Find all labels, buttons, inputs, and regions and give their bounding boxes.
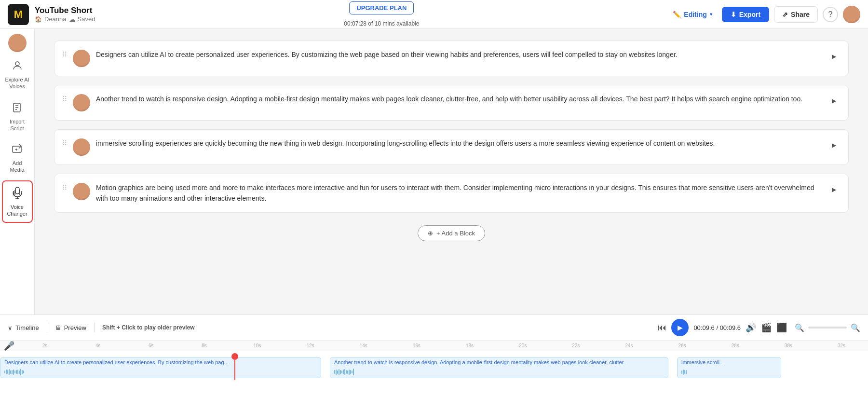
caption-button[interactable]: ⬛: [776, 322, 787, 333]
script-block-1: ⠿ Designers can utilize AI to create per…: [54, 41, 849, 76]
upgrade-button[interactable]: UPGRADE PLAN: [349, 1, 414, 14]
playhead: [234, 355, 235, 380]
drag-handle-1[interactable]: ⠿: [62, 50, 67, 58]
sidebar-item-voice-changer[interactable]: VoiceChanger: [2, 180, 33, 223]
waveform-2: [334, 368, 664, 376]
ai-voices-icon: [12, 60, 23, 74]
content-area: ⠿ Designers can utilize AI to create per…: [35, 29, 868, 315]
saved-badge: ☁ Saved: [69, 15, 95, 23]
waveform-bar: [20, 369, 21, 375]
chevron-down-icon: ∨: [8, 324, 13, 331]
shift-click-key: Shift + Click: [102, 324, 136, 331]
waveform-bar: [10, 370, 11, 374]
waveform-bar: [339, 369, 339, 375]
waveform-bar: [14, 370, 15, 373]
timeline-controls: ∨ Timeline 🖥 Preview Shift + Click to pl…: [0, 315, 868, 341]
waveform-bar: [343, 370, 344, 374]
ruler-marks: 2s 4s 6s 8s 10s 12s 14s 16s 18s 20s 22s …: [18, 343, 868, 348]
track-segment-3[interactable]: immersive scroll...: [677, 357, 781, 378]
script-block-2: ⠿ Another trend to watch is responsive d…: [54, 85, 849, 121]
track-segment-2[interactable]: Another trend to watch is responsive des…: [330, 357, 668, 378]
zoom-slider[interactable]: [808, 327, 847, 329]
skip-back-button[interactable]: ⏮: [658, 323, 666, 333]
scene-button[interactable]: 🎬: [761, 322, 772, 333]
waveform-bar: [336, 370, 337, 375]
zoom-in-button[interactable]: 🔍: [851, 323, 860, 332]
volume-button[interactable]: 🔊: [746, 322, 756, 333]
divider: [47, 323, 47, 332]
add-block-button[interactable]: ⊕ + Add a Block: [418, 225, 485, 241]
avatar[interactable]: [843, 6, 860, 23]
plus-icon: ⊕: [428, 230, 433, 237]
play-button-1[interactable]: ▶: [827, 50, 841, 63]
time-separator: /: [716, 324, 719, 331]
waveform-bar: [683, 370, 684, 375]
play-pause-button[interactable]: ▶: [671, 319, 689, 336]
play-controls: ⏮ ▶ 00:09.6 / 00:09.6 🔊 🎬 ⬛: [658, 319, 787, 336]
sidebar-item-add-media[interactable]: Add Media: [2, 138, 33, 178]
ruler-mark: 26s: [656, 343, 709, 348]
zoom-out-button[interactable]: 🔍: [795, 323, 804, 332]
breadcrumb: Deanna: [44, 15, 67, 23]
waveform-bar: [19, 370, 20, 374]
editing-button[interactable]: ✏️ Editing ▾: [668, 8, 717, 21]
header-left: M YouTube Short 🏠 Deanna ☁ Saved: [8, 4, 95, 25]
sidebar-avatar: [8, 34, 27, 52]
monitor-icon: 🖥: [55, 324, 61, 331]
block-text-1[interactable]: Designers can utilize AI to create perso…: [96, 50, 821, 60]
logo: M: [8, 4, 29, 25]
header-center: UPGRADE PLAN 00:07:28 of 10 mins availab…: [344, 1, 419, 27]
drag-handle-2[interactable]: ⠿: [62, 94, 67, 103]
waveform-bar: [347, 370, 348, 374]
waveform-bar: [7, 370, 8, 374]
ruler-mark: 24s: [602, 343, 655, 348]
sidebar-item-import-script[interactable]: ImportScript: [2, 97, 33, 137]
sidebar-item-label-import: ImportScript: [10, 118, 25, 132]
sidebar-item-label-voice: VoiceChanger: [7, 204, 27, 218]
block-text-4[interactable]: Motion graphics are being used more and …: [96, 183, 821, 204]
preview-text: Preview: [64, 324, 86, 331]
time-of: of: [368, 20, 374, 27]
play-button-3[interactable]: ▶: [827, 138, 841, 152]
block-text-3[interactable]: immersive scrolling experiences are quic…: [96, 138, 821, 149]
script-block-4: ⠿ Motion graphics are being used more an…: [54, 174, 849, 213]
waveform-bar: [346, 370, 347, 374]
waveform-bar: [9, 369, 10, 375]
track-label-2: Another trend to watch is responsive des…: [334, 359, 664, 365]
chevron-down-icon: ▾: [710, 12, 712, 17]
ruler-mark: 22s: [549, 343, 602, 348]
track-segment-1[interactable]: Designers can utilize AI to create perso…: [0, 357, 321, 378]
sidebar-item-explore-ai-voices[interactable]: Explore AIVoices: [2, 55, 33, 95]
timeline-bar: ∨ Timeline 🖥 Preview Shift + Click to pl…: [0, 315, 868, 411]
share-button[interactable]: ⇗ Share: [774, 6, 818, 23]
export-label: Export: [739, 11, 760, 18]
cloud-icon: ☁: [69, 15, 76, 23]
ruler-mark: 18s: [443, 343, 496, 348]
play-button-4[interactable]: ▶: [827, 183, 841, 196]
timeline-toggle[interactable]: ∨ Timeline: [8, 324, 39, 331]
waveform-bar: [337, 370, 338, 374]
ruler-mark: 28s: [709, 343, 762, 348]
ruler-mark: 14s: [337, 343, 390, 348]
download-icon: ⬇: [731, 11, 736, 18]
block-text-2[interactable]: Another trend to watch is responsive des…: [96, 94, 821, 105]
ruler-mark: 2s: [18, 343, 71, 348]
help-button[interactable]: ?: [823, 7, 838, 22]
waveform-bar: [23, 370, 24, 373]
zoom-controls: 🔍 🔍: [795, 323, 860, 332]
drag-handle-4[interactable]: ⠿: [62, 183, 67, 192]
block-avatar-1: [73, 50, 90, 67]
block-avatar-4: [73, 183, 90, 200]
waveform-bar: [22, 370, 23, 374]
play-button-2[interactable]: ▶: [827, 94, 841, 108]
waveform-bar: [340, 370, 341, 374]
export-button[interactable]: ⬇ Export: [722, 7, 769, 22]
sidebar-item-label-media: Add Media: [5, 160, 30, 174]
add-block-label: + Add a Block: [436, 230, 475, 237]
waveform-bar: [681, 370, 682, 374]
waveform-bar: [350, 370, 351, 374]
track-label-3: immersive scroll...: [681, 359, 777, 365]
drag-handle-3[interactable]: ⠿: [62, 138, 67, 147]
track-area: Designers can utilize AI to create perso…: [0, 351, 868, 411]
waveform-bar: [352, 370, 353, 373]
